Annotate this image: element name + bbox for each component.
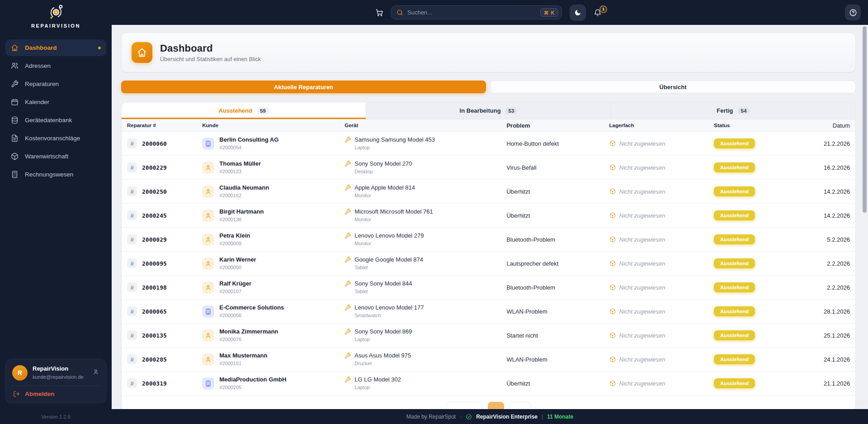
tab-aktuelle-reparaturen[interactable]: Aktuelle Reparaturen [121,81,486,93]
person-icon [202,186,214,198]
status-badge: Ausstehend [714,354,755,364]
cart-icon[interactable] [375,9,383,17]
wrench-icon [344,376,351,383]
customer-name: Karin Werner [219,256,256,264]
hash-icon: # [127,138,137,148]
problem-cell: Virus-Befall [506,164,609,171]
date-cell: 14.2.2026 [787,188,850,195]
storage-cell: Nicht zugewiesen [609,188,714,195]
storage-cell: Nicht zugewiesen [609,236,714,243]
status-badge: Ausstehend [714,258,755,268]
table-row[interactable]: # 2000095 Karin Werner #2000050 Google G… [122,252,855,276]
status-tab-in-bearbeitung[interactable]: In Bearbeitung 53 [366,102,611,119]
pagination-button-active[interactable] [488,402,504,409]
wrench-icon [344,161,351,167]
customer-cell: Birgit Hartmann #2000138 [202,208,344,223]
dark-mode-toggle[interactable] [570,5,586,21]
scrollbar[interactable] [863,26,867,213]
active-dot-icon [98,47,101,49]
building-icon [202,305,214,318]
sidebar-item-dashboard[interactable]: Dashboard [5,39,106,56]
repair-number: 2000198 [142,284,167,291]
device-name: Lenovo Lenovo Model 177 [354,304,424,312]
column-header-reparatur: Reparatur # [127,123,202,128]
customer-name: Monika Zimmermann [219,328,278,336]
search-icon [396,9,403,16]
repair-number: 2000285 [142,356,167,363]
wrench-icon [344,209,351,215]
customer-cell: Monika Zimmermann #2000076 [202,328,344,343]
hash-icon: # [127,282,137,292]
customer-cell: E-Commerce Solutions #2000056 [202,304,344,319]
table-row[interactable]: # 2000250 Claudia Neumann #2000162 Apple… [122,180,855,204]
pagination-button[interactable] [509,402,531,409]
table-row[interactable]: # 2000065 E-Commerce Solutions #2000056 … [122,300,855,324]
status-cell: Ausstehend [714,258,787,268]
customer-cell: Berlin Consulting AG #2000054 [202,136,344,151]
tab-bersicht[interactable]: Übersicht [490,81,856,93]
logout-button[interactable]: Abmelden [12,391,99,397]
table-row[interactable]: # 2000245 Birgit Hartmann #2000138 Micro… [122,204,855,228]
table-row[interactable]: # 2000198 Ralf Krüger #2000107 Sony Sony… [122,276,855,300]
customer-id: #2000162 [219,192,269,199]
package-icon [609,284,616,291]
storage-status: Nicht zugewiesen [619,332,665,339]
device-cell: Lenovo Lenovo Model 177 Smartwatch [344,304,506,319]
person-icon [202,162,214,174]
device-name: Google Google Model 874 [354,256,423,264]
person-icon [202,233,214,246]
table-row[interactable]: # 2000229 Thomas Müller #2000123 Sony So… [122,156,855,180]
customer-name: Petra Klein [219,232,250,240]
pagination-button[interactable] [446,402,482,409]
status-tabs: Ausstehend 59 In Bearbeitung 53 Fertig 5… [122,102,855,119]
user-name: RepairVision [33,365,84,373]
table-body: # 2000060 Berlin Consulting AG #2000054 … [122,132,855,395]
table-row[interactable]: # 2000319 MediaProduction GmbH #2000205 … [122,372,855,395]
tab-count-badge: 59 [257,108,269,114]
repair-number-cell: # 2000095 [127,258,202,268]
date-cell: 14.2.2026 [787,212,850,219]
topbar: ⌘ K 1 [112,0,868,25]
tab-count-badge: 54 [737,108,750,114]
repair-number-cell: # 2000250 [127,186,202,196]
device-type: Laptop [354,144,435,151]
status-badge: Ausstehend [714,378,755,388]
sidebar-item-kostenvoranschl-ge[interactable]: Kostenvoranschläge [5,130,106,147]
customer-cell: Thomas Müller #2000123 [202,160,344,175]
search-input[interactable] [407,9,536,16]
sidebar-item-adressen[interactable]: Adressen [5,57,106,74]
home-icon [132,42,152,63]
status-tab-fertig[interactable]: Fertig 54 [611,102,855,119]
table-row[interactable]: # 2000285 Max Mustermann #2000151 Asus A… [122,348,855,372]
date-cell: 28.1.2026 [787,308,850,315]
customer-name: E-Commerce Solutions [219,304,284,312]
page-subtitle: Übersicht und Statistiken auf einen Blic… [160,56,261,62]
table-row[interactable]: # 2000135 Monika Zimmermann #2000076 Son… [122,324,855,348]
calculator-icon [11,171,19,178]
sidebar-item-ger-tedatenbank[interactable]: Gerätedatenbank [5,112,106,129]
sidebar-item-rechnungswesen[interactable]: Rechnungswesen [5,166,106,183]
repair-number-cell: # 2000198 [127,282,202,292]
column-header-datum: Datum [787,122,850,129]
help-button[interactable] [845,5,861,20]
storage-cell: Nicht zugewiesen [609,284,714,291]
hash-icon: # [127,354,137,364]
notifications-button[interactable]: 1 [594,9,604,17]
date-cell: 24.1.2026 [787,356,850,363]
table-row[interactable]: # 2000029 Petra Klein #2000009 Lenovo Le… [122,228,855,252]
sidebar-item-warenwirtschaft[interactable]: Warenwirtschaft [5,148,106,165]
device-name: Microsoft Microsoft Model 761 [354,208,433,216]
column-header-lagerfach: Lagerfach [609,123,714,128]
search-box[interactable]: ⌘ K [391,5,562,19]
hash-icon: # [127,186,137,196]
status-tab-ausstehend[interactable]: Ausstehend 59 [122,102,366,119]
logout-label: Abmelden [25,391,54,397]
sidebar-item-kalender[interactable]: Kalender [5,94,106,110]
repair-number: 2000060 [142,140,167,147]
customer-cell: Ralf Krüger #2000107 [202,280,344,295]
table-row[interactable]: # 2000060 Berlin Consulting AG #2000054 … [122,132,855,156]
sidebar-item-reparaturen[interactable]: Reparaturen [5,76,106,92]
customer-id: #2000056 [219,312,284,319]
wrench-icon [344,185,351,191]
repair-number: 2000065 [142,308,167,315]
